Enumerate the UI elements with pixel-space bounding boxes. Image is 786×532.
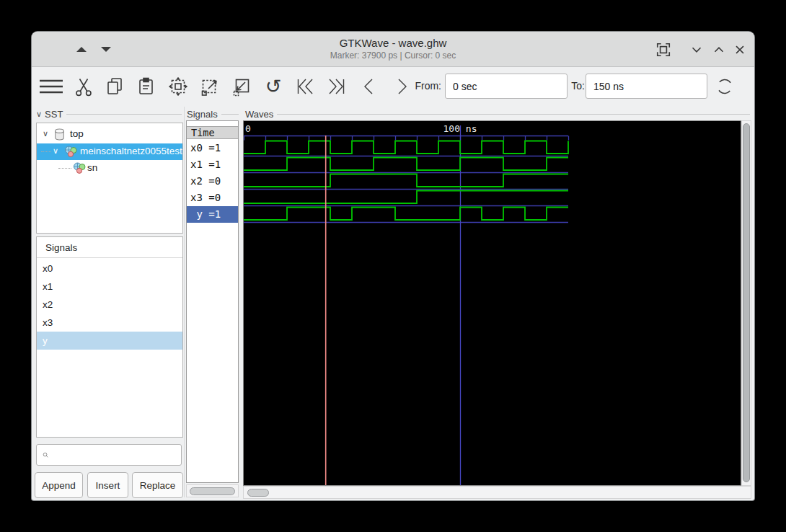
prev-edge-button[interactable] xyxy=(357,74,383,99)
frame-line xyxy=(66,114,182,115)
window-menu-icon[interactable] xyxy=(101,47,111,52)
append-button[interactable]: Append xyxy=(35,472,83,498)
sst-expander[interactable]: ∨ SST xyxy=(36,108,182,120)
wave-trace-y xyxy=(244,208,568,221)
go-to-end-button[interactable] xyxy=(324,74,350,99)
signal-list-item-y[interactable]: y xyxy=(37,332,182,350)
frame-line xyxy=(221,114,239,115)
tree-item-top[interactable]: ∨top xyxy=(37,126,182,143)
values-frame-label: Signals xyxy=(187,108,239,120)
insert-button[interactable]: Insert xyxy=(87,472,128,498)
paste-button[interactable] xyxy=(133,74,159,99)
expander-chevron-icon[interactable]: ∨ xyxy=(43,129,48,138)
desktop-background: GTKWave - wave.ghw Marker: 37900 ps | Cu… xyxy=(0,0,786,532)
zoom-in-icon xyxy=(200,76,220,97)
signal-value-x1[interactable]: x1 =1 xyxy=(187,156,238,173)
tree-item-meinschaltnetz0055testbench[interactable]: ∨meinschaltnetz0055testbench xyxy=(37,143,182,160)
close-button[interactable] xyxy=(732,42,748,58)
signals-list-panel: Signals x0x1x2x3y xyxy=(36,236,183,438)
waves-vscrollbar[interactable] xyxy=(741,120,751,486)
zoom-fit-icon xyxy=(168,76,188,97)
waves-title: Waves xyxy=(245,109,273,120)
from-label: From: xyxy=(407,80,441,92)
minimize-button[interactable] xyxy=(689,42,705,58)
tree-connector xyxy=(41,151,51,152)
wave-trace-x2 xyxy=(244,174,568,187)
scope-cylinder-icon xyxy=(54,128,65,141)
wave-trace-x3 xyxy=(244,191,568,204)
window-title: GTKWave - wave.ghw xyxy=(32,36,754,50)
time-header[interactable]: Time xyxy=(187,126,238,139)
hamburger-menu-icon xyxy=(38,76,64,97)
skip-to-end-icon xyxy=(327,76,347,97)
sst-tree[interactable]: ∨top∨meinschaltnetz0055testbenchsn xyxy=(36,123,183,234)
zoom-out-icon xyxy=(231,76,252,97)
tree-item-label: top xyxy=(70,128,84,139)
signal-search-box[interactable] xyxy=(36,444,182,466)
wave-trace-x0 xyxy=(244,141,568,154)
scrollbar-thumb[interactable] xyxy=(190,487,235,495)
window-subtitle: Marker: 37900 ps | Cursor: 0 sec xyxy=(32,50,754,61)
scrollbar-thumb[interactable] xyxy=(247,489,269,497)
maximize-button[interactable] xyxy=(711,42,727,58)
tree-connector xyxy=(58,168,71,169)
waves-frame-label: Waves xyxy=(245,108,750,120)
main-menu-button[interactable] xyxy=(38,74,64,99)
module-spheres-icon xyxy=(64,146,77,157)
reload-icon xyxy=(715,76,735,97)
wave-canvas[interactable]: 0100 ns xyxy=(243,120,741,486)
signal-list-item-x2[interactable]: x2 xyxy=(37,296,182,314)
wave-plot: 0100 ns xyxy=(244,121,741,485)
undo-button[interactable]: ↺ xyxy=(260,74,286,99)
timeline-label-0: 0 xyxy=(245,123,251,134)
copy-button[interactable] xyxy=(102,74,128,99)
zoom-out-button[interactable] xyxy=(229,74,255,99)
reload-button[interactable] xyxy=(712,74,738,99)
waves-hscrollbar[interactable] xyxy=(243,486,751,499)
pane-splitter[interactable] xyxy=(184,107,185,497)
scissors-icon xyxy=(74,76,94,97)
values-hscrollbar[interactable] xyxy=(186,484,239,497)
from-field[interactable] xyxy=(445,74,568,99)
module-spheres-icon xyxy=(73,162,86,177)
zoom-fit-button[interactable] xyxy=(165,74,191,99)
gtkwave-window: GTKWave - wave.ghw Marker: 37900 ps | Cu… xyxy=(32,32,754,500)
scrollbar-thumb[interactable] xyxy=(743,123,750,482)
search-input[interactable] xyxy=(51,449,181,461)
signal-value-x3[interactable]: x3 =0 xyxy=(187,190,238,206)
go-to-start-button[interactable] xyxy=(292,74,318,99)
signal-list-item-x1[interactable]: x1 xyxy=(37,278,182,296)
expander-chevron-icon[interactable]: ∨ xyxy=(53,146,58,156)
frame-line xyxy=(277,114,750,115)
signal-value-y[interactable]: y =1 xyxy=(187,206,238,223)
close-icon xyxy=(732,42,748,58)
titlebar-text: GTKWave - wave.ghw Marker: 37900 ps | Cu… xyxy=(32,36,754,61)
cut-button[interactable] xyxy=(71,74,97,99)
to-field[interactable] xyxy=(586,74,707,99)
module-spheres-icon xyxy=(64,146,77,160)
wave-trace-x1 xyxy=(244,158,568,171)
signal-list-item-x0[interactable]: x0 xyxy=(37,260,182,278)
to-label: To: xyxy=(565,80,585,92)
shade-up-icon[interactable] xyxy=(76,47,87,52)
tree-item-label: sn xyxy=(87,162,97,173)
chevron-left-icon xyxy=(360,76,380,97)
undo-icon: ↺ xyxy=(265,76,282,97)
chevron-down-icon: ∨ xyxy=(36,110,42,118)
tree-item-sn[interactable]: sn xyxy=(37,160,182,177)
titlebar[interactable]: GTKWave - wave.ghw Marker: 37900 ps | Cu… xyxy=(32,32,754,67)
fullscreen-icon xyxy=(655,42,671,58)
paste-icon xyxy=(136,76,156,97)
replace-button[interactable]: Replace xyxy=(132,472,183,498)
values-title: Signals xyxy=(187,109,218,120)
signal-list-item-x3[interactable]: x3 xyxy=(37,314,182,332)
scope-cylinder-icon xyxy=(54,128,65,143)
chevron-up-icon xyxy=(711,42,727,58)
signal-values-panel[interactable]: Time x0 =1x1 =1x2 =0x3 =0 y =1 xyxy=(186,120,239,483)
signal-value-x0[interactable]: x0 =1 xyxy=(187,140,238,156)
zoom-in-button[interactable] xyxy=(197,74,223,99)
fullscreen-button[interactable] xyxy=(655,42,671,58)
chevron-down-icon xyxy=(689,42,705,58)
signals-list-title: Signals xyxy=(37,237,182,258)
signal-value-x2[interactable]: x2 =0 xyxy=(187,173,238,190)
